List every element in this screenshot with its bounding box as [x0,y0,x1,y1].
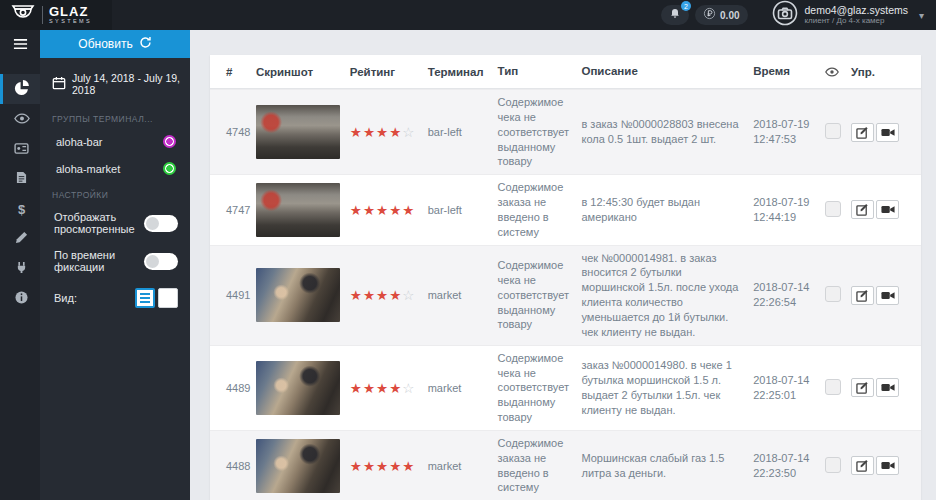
star-filled-icon[interactable]: ★ [402,203,415,218]
col-header-actions: Упр. [851,66,905,78]
edit-button[interactable] [851,123,874,142]
row-thumbnail-cell [256,183,350,237]
star-filled-icon[interactable]: ★ [363,288,376,303]
icon-rail: $ [0,30,40,500]
row-rating[interactable]: ★★★★☆ [350,124,428,140]
date-range-picker[interactable]: July 14, 2018 - July 19, 2018 [40,58,190,106]
terminal-groups-list: aloha-baraloha-market [40,128,190,182]
view-grid-button[interactable] [158,288,178,308]
row-terminal: market [428,382,498,394]
chevron-down-icon: ▾ [919,10,924,21]
edit-button[interactable] [851,456,874,475]
row-terminal: bar-left [428,204,498,216]
star-filled-icon[interactable]: ★ [376,459,389,474]
notifications-button[interactable]: 2 [661,5,689,25]
row-terminal: market [428,289,498,301]
video-button[interactable] [876,378,899,397]
rail-item-info[interactable] [0,284,40,314]
star-empty-icon[interactable]: ☆ [402,125,415,140]
star-filled-icon[interactable]: ★ [350,381,363,396]
date-range-value: July 14, 2018 - July 19, 2018 [72,72,180,96]
edit-button[interactable] [851,378,874,397]
document-icon [16,170,27,188]
table-row: 4488★★★★★marketСодержимое заказа не введ… [210,430,921,500]
toggle-switch[interactable] [144,253,178,270]
video-button[interactable] [876,200,899,219]
rail-item-reports[interactable] [0,164,40,194]
rail-item-billing[interactable]: $ [0,194,40,224]
star-filled-icon[interactable]: ★ [389,203,402,218]
star-filled-icon[interactable]: ★ [376,288,389,303]
screenshot-thumbnail[interactable] [256,183,340,237]
row-time: 2018-07-1422:26:54 [753,280,825,310]
star-filled-icon[interactable]: ★ [389,459,402,474]
viewed-checkbox[interactable] [825,286,841,302]
star-filled-icon[interactable]: ★ [350,203,363,218]
rail-item-edit[interactable] [0,224,40,254]
star-filled-icon[interactable]: ★ [363,381,376,396]
edit-button[interactable] [851,286,874,305]
star-filled-icon[interactable]: ★ [402,459,415,474]
viewed-checkbox[interactable] [825,123,841,139]
star-filled-icon[interactable]: ★ [350,459,363,474]
rail-item-events[interactable] [0,104,40,134]
col-header-description: Описание [581,64,753,80]
rail-item-archive[interactable] [0,134,40,164]
terminal-group-item[interactable]: aloha-market [40,155,190,182]
calendar-icon [52,76,66,92]
row-actions [851,200,905,219]
viewed-checkbox[interactable] [825,457,841,473]
screenshot-thumbnail[interactable] [256,268,340,322]
bell-icon [669,7,681,23]
rail-item-integrations[interactable] [0,254,40,284]
star-filled-icon[interactable]: ★ [389,381,402,396]
screenshot-thumbnail[interactable] [256,439,340,493]
menu-toggle-button[interactable] [0,30,40,58]
logo-text: GLAZ SYSTEMS [49,5,92,25]
row-actions [851,286,905,305]
row-type: Содержимое чека не соответствует выданно… [498,258,582,332]
star-empty-icon[interactable]: ☆ [402,288,415,303]
user-email: demo4@glaz.systems [805,4,908,16]
video-button[interactable] [876,123,899,142]
star-filled-icon[interactable]: ★ [376,203,389,218]
refresh-button[interactable]: Обновить [40,30,190,58]
row-rating[interactable]: ★★★★★ [350,202,428,218]
row-time: 2018-07-1422:25:01 [753,373,825,403]
rail-item-dashboard[interactable] [0,74,40,104]
row-type: Содержимое чека не соответствует выданно… [498,351,582,425]
star-filled-icon[interactable]: ★ [389,288,402,303]
dollar-icon: $ [18,202,25,217]
star-filled-icon[interactable]: ★ [363,125,376,140]
user-menu[interactable]: demo4@glaz.systems клиент / До 4-х камер… [772,0,924,30]
row-rating[interactable]: ★★★★☆ [350,287,428,303]
star-filled-icon[interactable]: ★ [350,288,363,303]
star-empty-icon[interactable]: ☆ [402,381,415,396]
edit-button[interactable] [851,200,874,219]
view-list-button[interactable] [135,288,155,308]
viewed-checkbox[interactable] [825,379,841,395]
col-header-time: Время [753,64,825,80]
toggle-switch[interactable] [144,215,178,232]
star-filled-icon[interactable]: ★ [363,459,376,474]
screenshot-thumbnail[interactable] [256,361,340,415]
row-thumbnail-cell [256,268,350,322]
star-filled-icon[interactable]: ★ [350,125,363,140]
video-button[interactable] [876,456,899,475]
row-rating[interactable]: ★★★★☆ [350,380,428,396]
settings-list: Отображать просмотренныеПо времени фикса… [40,204,190,280]
star-filled-icon[interactable]: ★ [389,125,402,140]
row-viewed-cell [825,201,851,219]
terminal-group-item[interactable]: aloha-bar [40,128,190,155]
balance-button[interactable]: 0.00 [695,5,747,25]
user-plan: клиент / До 4-х камер [805,16,908,25]
star-filled-icon[interactable]: ★ [376,125,389,140]
star-filled-icon[interactable]: ★ [376,381,389,396]
star-filled-icon[interactable]: ★ [363,203,376,218]
row-rating[interactable]: ★★★★★ [350,458,428,474]
viewed-checkbox[interactable] [825,201,841,217]
row-id: 4488 [226,460,256,472]
notifications-badge: 2 [681,1,691,11]
video-button[interactable] [876,286,899,305]
screenshot-thumbnail[interactable] [256,105,340,159]
